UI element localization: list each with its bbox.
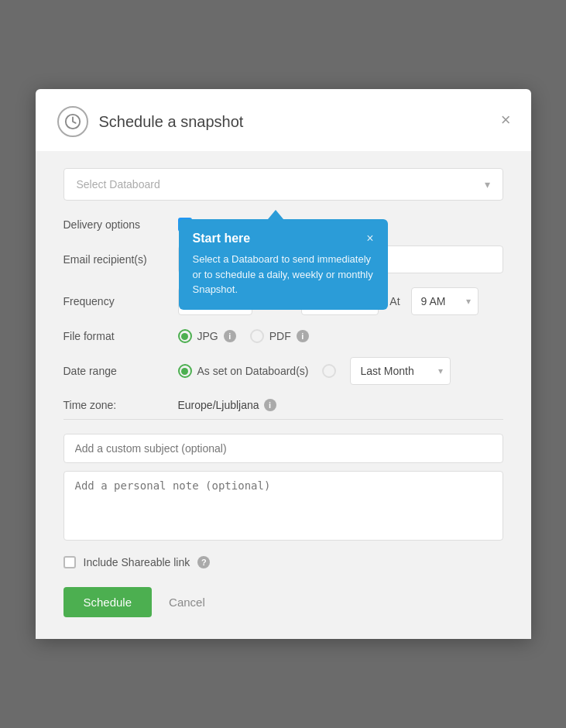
file-format-label: File format	[63, 330, 178, 342]
frequency-label: Frequency	[63, 295, 178, 307]
databoard-date-radio[interactable]	[178, 364, 192, 378]
cancel-button[interactable]: Cancel	[163, 587, 211, 617]
databoard-date-radio-inner	[181, 368, 188, 375]
file-format-row: File format JPG i PDF i	[63, 329, 503, 343]
timezone-value: Europe/Ljubljana i	[178, 399, 276, 411]
modal-title: Schedule a snapshot	[99, 113, 244, 131]
modal-body: Select Databoard ▾ Start here × Select a…	[36, 151, 531, 639]
start-here-tooltip: Start here × Select a Databoard to send …	[179, 210, 388, 310]
pdf-option[interactable]: PDF i	[250, 329, 309, 343]
tooltip-body: Select a Databoard to send immediately o…	[193, 252, 374, 297]
modal-header: Schedule a snapshot ×	[36, 89, 531, 151]
shareable-label: Include Shareable link	[84, 556, 190, 568]
at-select[interactable]: 9 AM 6 AM 12 PM 3 PM 6 PM 9 PM	[411, 287, 479, 315]
last-month-radio[interactable]	[322, 364, 336, 378]
schedule-button[interactable]: Schedule	[63, 587, 153, 617]
email-recipients-label: Email recipient(s)	[63, 253, 178, 266]
file-format-controls: JPG i PDF i	[178, 329, 503, 343]
tooltip-box: Start here × Select a Databoard to send …	[179, 219, 388, 310]
delivery-options-label: Delivery options	[63, 218, 178, 231]
tooltip-close-button[interactable]: ×	[366, 232, 373, 245]
databoard-date-option[interactable]: As set on Databoard(s)	[178, 364, 309, 378]
custom-subject-input[interactable]	[63, 434, 503, 463]
jpg-option[interactable]: JPG i	[178, 329, 236, 343]
shareable-link-row: Include Shareable link ?	[63, 556, 503, 568]
databoard-placeholder: Select Databoard	[77, 178, 160, 191]
jpg-radio[interactable]	[178, 329, 192, 343]
at-label: At	[389, 295, 400, 307]
clock-icon	[57, 106, 88, 137]
at-select-wrapper: 9 AM 6 AM 12 PM 3 PM 6 PM 9 PM ▾	[411, 287, 479, 315]
timezone-label: Time zone:	[63, 399, 178, 411]
action-buttons: Schedule Cancel	[63, 587, 503, 617]
timezone-info-icon[interactable]: i	[264, 399, 276, 411]
last-month-option[interactable]	[322, 364, 336, 378]
tooltip-arrow	[268, 210, 283, 219]
date-range-controls: As set on Databoard(s) Last Month This M…	[178, 357, 503, 385]
date-range-label: Date range	[63, 365, 178, 377]
jpg-radio-inner	[181, 333, 188, 340]
databoard-arrow-icon: ▾	[485, 178, 490, 191]
personal-note-textarea[interactable]	[63, 471, 503, 541]
modal-close-button[interactable]: ×	[498, 108, 514, 132]
shareable-checkbox[interactable]	[63, 556, 76, 568]
divider	[63, 419, 503, 420]
jpg-label: JPG	[197, 330, 218, 342]
databoard-date-label: As set on Databoard(s)	[197, 365, 309, 377]
pdf-radio[interactable]	[250, 329, 264, 343]
timezone-row: Time zone: Europe/Ljubljana i	[63, 399, 503, 411]
tooltip-title: Start here ×	[193, 232, 374, 246]
pdf-label: PDF	[269, 330, 291, 342]
pdf-info-icon[interactable]: i	[297, 330, 309, 342]
databoard-select[interactable]: Select Databoard ▾	[63, 168, 503, 201]
date-range-row: Date range As set on Databoard(s) Last M…	[63, 357, 503, 385]
last-month-select[interactable]: Last Month This Month Last 7 Days Last 3…	[350, 357, 451, 385]
schedule-snapshot-modal: Schedule a snapshot × Select Databoard ▾…	[36, 89, 531, 639]
last-month-select-wrapper: Last Month This Month Last 7 Days Last 3…	[350, 357, 451, 385]
jpg-info-icon[interactable]: i	[224, 330, 236, 342]
shareable-info-icon[interactable]: ?	[197, 556, 210, 568]
